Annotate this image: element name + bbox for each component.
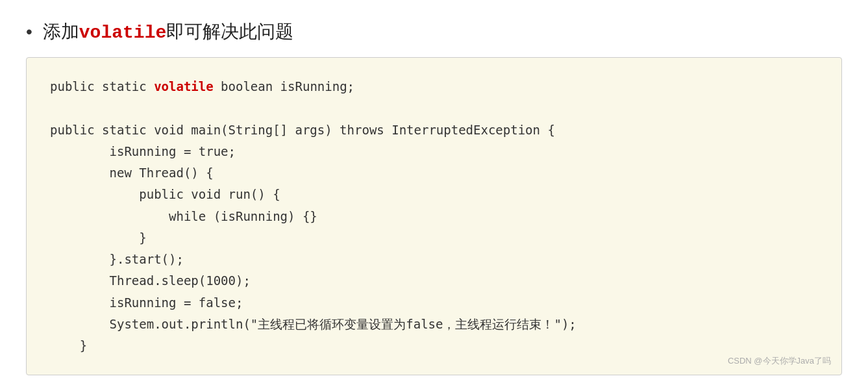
bullet-prefix: 添加: [43, 21, 79, 42]
code-line-4: isRunning = true;: [50, 141, 818, 162]
code-line-5: new Thread() {: [50, 162, 818, 184]
code-line-blank: [50, 97, 818, 119]
code-line-9: }.start();: [50, 249, 818, 270]
code-block: public static volatile boolean isRunning…: [26, 57, 842, 375]
code-content: public static volatile boolean isRunning…: [50, 76, 818, 356]
code-line-1: public static volatile boolean isRunning…: [50, 76, 818, 97]
bullet-dot: •: [26, 21, 32, 42]
bullet-suffix: 即可解决此问题: [166, 21, 293, 42]
code-line-3: public static void main(String[] args) t…: [50, 119, 818, 141]
code-line-11: isRunning = false;: [50, 292, 818, 314]
code-line-10: Thread.sleep(1000);: [50, 270, 818, 292]
code-line-7: while (isRunning) {}: [50, 206, 818, 227]
code-line-13: }: [50, 335, 818, 356]
code-line-6: public void run() {: [50, 184, 818, 205]
watermark: CSDN @今天你学Java了吗: [728, 354, 831, 369]
bullet-point: • 添加volatile即可解决此问题: [26, 19, 842, 44]
bullet-text: 添加volatile即可解决此问题: [43, 19, 293, 44]
volatile-keyword: volatile: [79, 23, 166, 43]
code-line-12: System.out.println("主线程已将循环变量设置为false，主线…: [50, 314, 818, 335]
code-line-8: }: [50, 227, 818, 249]
volatile-in-code: volatile: [154, 79, 214, 94]
